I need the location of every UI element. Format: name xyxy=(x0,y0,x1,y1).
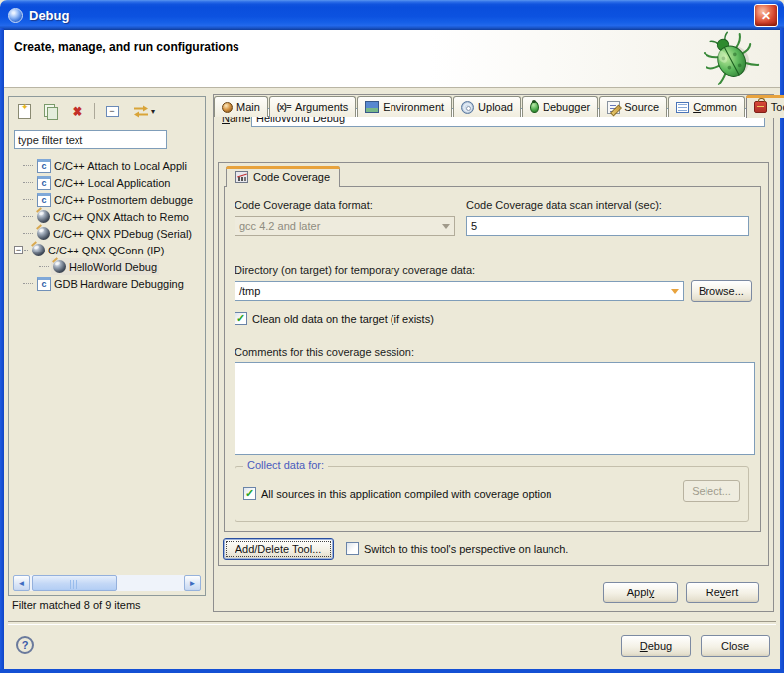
window-border-bottom xyxy=(0,669,784,673)
tab-common[interactable]: Common xyxy=(668,96,745,117)
filter-status-text: Filter matched 8 of 9 items xyxy=(12,599,141,611)
duplicate-icon xyxy=(44,104,59,119)
browse-button[interactable]: Browse... xyxy=(691,280,752,302)
dropdown-arrow-icon: ▾ xyxy=(151,107,155,116)
horizontal-scrollbar[interactable]: ◄ ► xyxy=(13,575,201,591)
comments-textarea[interactable] xyxy=(235,362,755,455)
tree-item[interactable]: C/C++ QNX Attach to Remo xyxy=(11,208,191,225)
tree-item-selected[interactable]: HelloWorld Debug xyxy=(11,258,159,275)
scroll-right-button[interactable]: ► xyxy=(184,575,201,591)
code-coverage-folder: Code Coverage Code Coverage data format:… xyxy=(224,166,761,532)
filter-menu-button[interactable]: ▾ xyxy=(127,100,161,122)
tab-upload[interactable]: Upload xyxy=(453,96,521,117)
tools-tab-content: Code Coverage Code Coverage data format:… xyxy=(218,162,769,566)
revert-button[interactable]: Revert xyxy=(686,582,759,603)
combo-arrow-icon xyxy=(437,217,454,235)
tree-item-label: HelloWorld Debug xyxy=(69,261,157,273)
delete-configuration-button[interactable]: ✖ xyxy=(66,100,89,122)
directory-combo[interactable]: /tmp xyxy=(235,281,684,301)
c-config-icon: c xyxy=(37,277,51,291)
c-config-icon: c xyxy=(37,193,51,207)
tree-item[interactable]: c C/C++ Attach to Local Appli xyxy=(11,157,189,174)
qnx-target-icon xyxy=(37,227,50,240)
window-border-right xyxy=(780,28,784,673)
collect-data-group: Collect data for: ✓ All sources in this … xyxy=(235,466,749,522)
configuration-tabs: Main (x)= Arguments Environment Upload D… xyxy=(214,95,773,118)
tree-item[interactable]: c C/C++ Postmortem debugge xyxy=(11,191,195,208)
arguments-tab-icon: (x)= xyxy=(277,102,291,112)
banner-title: Create, manage, and run configurations xyxy=(14,40,239,54)
tab-tools[interactable]: Tools xyxy=(746,95,784,118)
code-coverage-panel: Code Coverage data format: Code Coverage… xyxy=(224,186,761,532)
scrollbar-track[interactable] xyxy=(30,575,184,591)
clean-old-data-checkbox-row[interactable]: ✓ Clean old data on the target (if exist… xyxy=(235,312,434,325)
help-button[interactable]: ? xyxy=(16,636,34,654)
tree-item-label: C/C++ QNX Attach to Remo xyxy=(53,211,189,223)
tab-environment[interactable]: Environment xyxy=(357,96,452,117)
coverage-format-select: gcc 4.2 and later xyxy=(235,216,455,236)
close-button[interactable]: Close xyxy=(701,635,770,657)
new-configuration-icon: ✦ xyxy=(18,104,31,119)
tree-item-label: C/C++ QNX QConn (IP) xyxy=(48,245,164,256)
window-border-left xyxy=(0,28,4,673)
tab-debugger[interactable]: Debugger xyxy=(522,96,598,117)
c-config-icon: c xyxy=(37,159,51,173)
tree-item[interactable]: c C/C++ Local Application xyxy=(11,174,172,191)
new-configuration-button[interactable]: ✦ xyxy=(12,100,36,122)
checkbox-checked[interactable]: ✓ xyxy=(243,487,256,500)
debug-configurations-dialog: Debug ✕ Create, manage, and run configur… xyxy=(0,0,784,673)
tree-item[interactable]: c GDB Hardware Debugging xyxy=(11,275,186,292)
qnx-target-icon xyxy=(37,210,50,223)
collapse-expander-icon[interactable]: − xyxy=(14,246,23,254)
interval-label: Code Coverage data scan interval (sec): xyxy=(466,199,662,211)
toolbar-separator xyxy=(94,103,95,119)
tree-item-label: C/C++ Local Application xyxy=(54,177,170,189)
scrollbar-thumb[interactable] xyxy=(32,575,117,591)
filter-input[interactable] xyxy=(14,130,167,149)
switch-perspective-checkbox-row[interactable]: Switch to this tool's perspective on lau… xyxy=(346,542,568,555)
comments-label: Comments for this coverage session: xyxy=(235,346,414,358)
dialog-banner: Create, manage, and run configurations xyxy=(4,30,780,88)
tab-arguments[interactable]: (x)= Arguments xyxy=(269,96,356,117)
debug-bug-image xyxy=(701,30,766,87)
window-icon xyxy=(8,8,23,23)
upload-tab-icon xyxy=(461,101,474,114)
qnx-target-icon xyxy=(32,244,45,256)
help-icon: ? xyxy=(22,639,29,651)
combo-arrow-icon[interactable] xyxy=(666,282,683,300)
collect-data-group-title: Collect data for: xyxy=(243,459,328,471)
switch-perspective-label: Switch to this tool's perspective on lau… xyxy=(364,543,568,555)
select-button: Select... xyxy=(683,480,740,502)
format-label: Code Coverage data format: xyxy=(235,199,373,211)
checkbox-unchecked[interactable] xyxy=(346,542,359,555)
scroll-left-button[interactable]: ◄ xyxy=(13,575,30,591)
checkbox-checked[interactable]: ✓ xyxy=(235,312,247,325)
directory-label: Directory (on target) for temporary cove… xyxy=(235,264,475,276)
tab-source[interactable]: Source xyxy=(599,96,667,117)
collapse-all-button[interactable]: − xyxy=(100,100,124,122)
c-config-icon: c xyxy=(37,176,51,190)
footer-separator xyxy=(8,621,776,625)
tools-tab-icon xyxy=(754,101,767,113)
tree-item[interactable]: C/C++ QNX PDebug (Serial) xyxy=(11,225,194,242)
duplicate-configuration-button[interactable] xyxy=(39,100,63,122)
tree-item[interactable]: − C/C++ QNX QConn (IP) xyxy=(11,242,166,258)
all-sources-checkbox-row[interactable]: ✓ All sources in this application compil… xyxy=(243,487,551,500)
title-bar[interactable]: Debug xyxy=(0,0,784,30)
tab-code-coverage[interactable]: Code Coverage xyxy=(226,166,340,187)
collapse-all-icon: − xyxy=(106,106,119,117)
scan-interval-input[interactable] xyxy=(466,216,749,236)
add-delete-tool-button[interactable]: Add/Delete Tool... xyxy=(223,538,334,560)
close-window-button[interactable]: ✕ xyxy=(754,4,778,27)
tab-main[interactable]: Main xyxy=(214,96,268,117)
tree-item-label: C/C++ QNX PDebug (Serial) xyxy=(53,228,192,240)
environment-tab-icon xyxy=(365,101,379,113)
common-tab-icon xyxy=(676,102,689,113)
qnx-target-icon xyxy=(53,260,66,273)
source-tab-icon xyxy=(607,101,620,114)
filter-icon xyxy=(133,105,149,118)
debugger-tab-icon xyxy=(530,101,539,113)
debug-button[interactable]: Debug xyxy=(621,635,691,657)
tree-item-label: C/C++ Attach to Local Appli xyxy=(54,160,187,172)
apply-button[interactable]: Apply xyxy=(603,582,678,603)
